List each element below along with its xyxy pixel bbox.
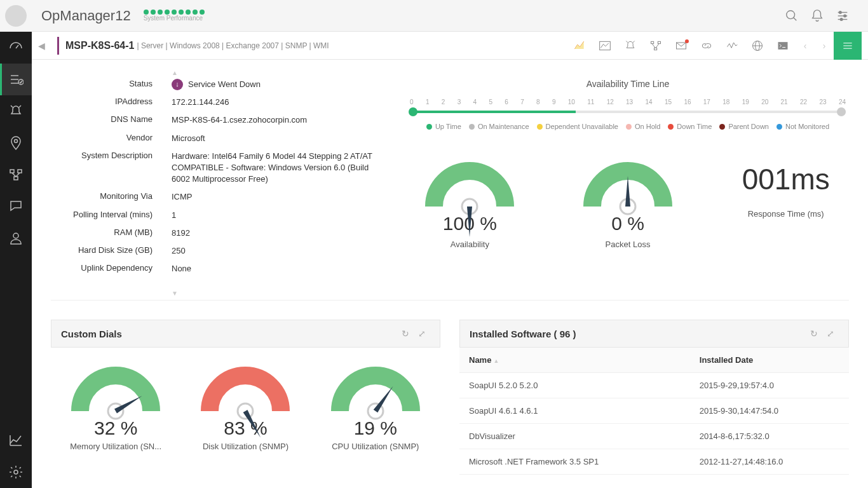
chart-line-icon[interactable] (593, 34, 616, 57)
sidebar-item-network[interactable] (0, 159, 32, 191)
custom-gauge: 83 %Disk Utilization (SNMP) (187, 360, 304, 451)
sidebar-item-dashboard[interactable] (0, 32, 32, 64)
svg-line-31 (652, 43, 655, 48)
svg-line-20 (16, 173, 20, 177)
svg-rect-16 (10, 170, 14, 173)
vendor-value: Microsoft (172, 133, 381, 144)
sidebar-item-settings[interactable] (0, 456, 32, 488)
svg-line-8 (16, 45, 18, 48)
timeline-ticks: 0123456789101112131415161718192021222324 (407, 98, 849, 105)
device-name: MSP-K8S-64-1 (65, 40, 134, 51)
svg-marker-43 (467, 207, 472, 237)
svg-point-15 (15, 140, 18, 143)
terminal-icon[interactable] (771, 34, 794, 57)
chart-area-icon[interactable] (568, 34, 591, 57)
system-performance: System Performance (144, 10, 205, 22)
svg-rect-37 (778, 42, 788, 50)
settings-sliders-icon[interactable] (830, 3, 855, 29)
svg-point-6 (844, 15, 846, 17)
svg-rect-18 (14, 177, 18, 180)
svg-marker-45 (625, 176, 630, 207)
topology-icon[interactable] (644, 34, 667, 57)
availability-gauge: 100 % Availability (407, 156, 533, 249)
panel-title: Custom Dials (61, 329, 122, 339)
timeline-title: Availability Time Line (407, 79, 849, 89)
breadcrumb: | Server | Windows 2008 | Exchange 2007 … (137, 41, 329, 50)
sidebar-item-alarms[interactable] (0, 95, 32, 127)
hdd-value: 250 (172, 245, 381, 257)
timeline-bar[interactable] (410, 111, 846, 113)
app-brand: OpManager12 (41, 8, 131, 24)
table-row[interactable]: Microsoft .NET Framework 3.5 SP12012-11-… (459, 449, 849, 475)
sysdesc-value: Hardware: Intel64 Family 6 Model 44 Step… (172, 151, 381, 186)
svg-rect-28 (651, 41, 654, 43)
sidebar-item-chat[interactable] (0, 191, 32, 222)
status-down-icon: ↓ (172, 79, 183, 90)
svg-line-32 (656, 43, 659, 48)
svg-line-1 (794, 17, 797, 20)
collapse-left-icon[interactable]: ◀ (32, 36, 51, 55)
availability-panel: Availability Time Line 01234567891011121… (407, 79, 849, 281)
dns-value: MSP-K8S-64-1.csez.zohocorpin.com (172, 114, 381, 126)
next-arrow-icon[interactable]: › (815, 34, 834, 57)
svg-point-5 (839, 11, 842, 13)
sidebar-item-reports[interactable] (0, 424, 32, 456)
custom-dials-panel: Custom Dials ↻ ⤢ 32 %Memory Utilization … (51, 320, 440, 475)
uplink-value: None (172, 263, 381, 274)
custom-gauge: 32 %Memory Utilization (SN... (57, 360, 174, 451)
sidebar-item-maps[interactable] (0, 127, 32, 159)
table-row[interactable]: SoapUI 4.6.1 4.6.12015-9-30,14:47:54.0 (459, 398, 849, 424)
packet-loss-gauge: 0 % Packet Loss (565, 156, 691, 249)
svg-point-7 (840, 18, 843, 20)
svg-rect-17 (18, 170, 22, 173)
topbar: OpManager12 System Performance (0, 0, 868, 32)
svg-rect-30 (654, 48, 657, 50)
link-icon[interactable] (695, 34, 718, 57)
expand-icon[interactable]: ⤢ (822, 325, 839, 342)
ip-value: 172.21.144.246 (172, 97, 381, 108)
table-row[interactable]: DbVisualizer2014-8-6,17:5:32.0 (459, 424, 849, 449)
user-avatar[interactable] (0, 0, 32, 32)
col-name[interactable]: Name▲ (459, 348, 690, 373)
timeline-legend: Up TimeOn MaintenanceDependent Unavailab… (407, 123, 849, 130)
table-row[interactable]: SoapUI 5.2.0 5.2.02015-9-29,19:57:4.0 (459, 373, 849, 398)
refresh-icon[interactable]: ↻ (806, 325, 822, 342)
col-date[interactable]: Installed Date (690, 348, 849, 373)
globe-icon[interactable] (746, 34, 769, 57)
ram-value: 8192 (172, 227, 381, 239)
mail-icon[interactable] (670, 34, 693, 57)
svg-line-13 (11, 105, 13, 107)
status-text: Service Went Down (188, 79, 261, 90)
refresh-icon[interactable]: ↻ (397, 325, 414, 342)
monvia-value: ICMP (172, 191, 381, 203)
custom-gauge: 19 %CPU Utilization (SNMP) (317, 360, 434, 451)
prev-arrow-icon[interactable]: ‹ (796, 34, 815, 57)
activity-icon[interactable] (721, 34, 743, 57)
hamburger-menu-button[interactable] (834, 32, 862, 60)
scroll-up-icon[interactable]: ▲ (172, 69, 178, 76)
poll-value: 1 (172, 210, 381, 221)
sidebar-item-inventory[interactable] (0, 64, 32, 95)
software-table: Name▲ Installed Date SoapUI 5.2.0 5.2.02… (459, 348, 849, 475)
sidebar (0, 32, 32, 488)
alarm-icon[interactable] (619, 34, 642, 57)
sidebar-item-user[interactable] (0, 222, 32, 254)
accent-divider (57, 37, 59, 55)
expand-icon[interactable]: ⤢ (414, 325, 430, 342)
response-time: 001ms Response Time (ms) (722, 156, 849, 249)
svg-line-27 (633, 41, 635, 43)
svg-rect-29 (658, 41, 660, 43)
svg-point-21 (13, 233, 18, 238)
svg-point-24 (14, 470, 18, 474)
device-info: ▲ Status↓Service Went Down IPAddress172.… (51, 79, 381, 281)
installed-software-panel: Installed Software ( 96 ) ↻ ⤢ Name▲ Inst… (459, 320, 849, 475)
panel-title: Installed Software ( 96 ) (470, 329, 576, 339)
search-icon[interactable] (779, 3, 804, 29)
bell-icon[interactable] (804, 3, 830, 29)
svg-line-19 (12, 173, 16, 177)
svg-line-14 (19, 105, 21, 107)
subheader: ◀ MSP-K8S-64-1 | Server | Windows 2008 |… (32, 32, 868, 60)
svg-point-0 (787, 10, 795, 18)
svg-line-26 (626, 41, 628, 43)
scroll-down-icon[interactable]: ▼ (172, 290, 178, 297)
